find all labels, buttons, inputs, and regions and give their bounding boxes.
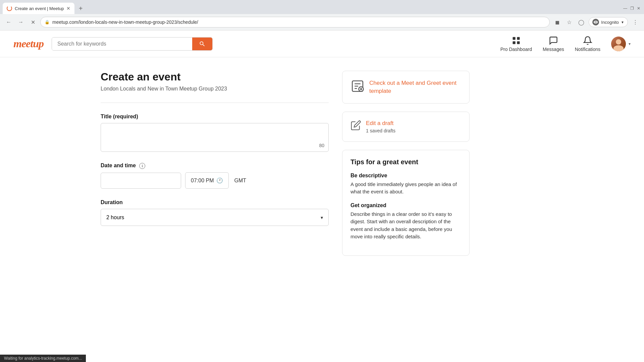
tips-title: Tips for a great event [351, 158, 461, 166]
sidebar: Check out a Meet and Greet event templat… [342, 71, 470, 256]
header-nav: Pro Dashboard Messages Notifications ▾ [500, 36, 631, 52]
timezone-label: GMT [234, 178, 246, 184]
draft-title: Edit a draft [366, 120, 395, 127]
char-count: 80 [319, 143, 324, 148]
time-input-wrapper[interactable]: 07:00 PM 🕐 [185, 172, 229, 189]
notifications-link[interactable]: Notifications [575, 36, 600, 52]
draft-card: Edit a draft 1 saved drafts [342, 112, 470, 142]
title-label: Title (required) [101, 114, 329, 120]
incognito-icon [592, 19, 599, 25]
clock-icon: 🕐 [216, 177, 223, 184]
new-tab-button[interactable]: + [76, 4, 85, 13]
draft-info: Edit a draft 1 saved drafts [366, 120, 395, 133]
tips-card: Tips for a great event Be descriptive A … [342, 150, 470, 256]
tip-1: Be descriptive A good title immediately … [351, 173, 461, 196]
title-input[interactable] [101, 123, 328, 150]
date-time-group: Date and time i 07:00 PM 🕐 GMT [101, 163, 329, 189]
tip-1-heading: Be descriptive [351, 173, 461, 179]
template-text: Check out a Meet and Greet event templat… [369, 79, 461, 95]
date-time-row: 07:00 PM 🕐 GMT [101, 172, 329, 189]
date-time-info-icon[interactable]: i [139, 163, 145, 169]
main-content: Create an event London Locals and New in… [87, 57, 557, 269]
tip-2: Get organized Describe things in a clear… [351, 202, 461, 241]
page-title: Create an event [101, 71, 329, 83]
title-group: Title (required) 80 [101, 114, 329, 152]
template-icon [351, 79, 365, 93]
incognito-chevron: ▼ [621, 20, 624, 24]
url-text: meetup.com/london-locals-new-in-town-mee… [52, 19, 545, 25]
lock-icon: 🔒 [45, 20, 50, 24]
avatar[interactable] [611, 37, 626, 51]
time-value: 07:00 PM [191, 178, 214, 184]
search-icon [199, 41, 206, 47]
search-input[interactable] [52, 38, 192, 50]
page-subtitle: London Locals and New in Town Meetup Gro… [101, 86, 329, 92]
duration-group: Duration 30 minutes 1 hour 1.5 hours 2 h… [101, 199, 329, 226]
tip-2-body: Describe things in a clear order so it's… [351, 210, 461, 241]
duration-select-wrapper: 30 minutes 1 hour 1.5 hours 2 hours 2.5 … [101, 209, 329, 226]
tab-favicon [7, 6, 12, 11]
duration-label: Duration [101, 199, 329, 205]
svg-rect-0 [513, 37, 515, 40]
search-bar [52, 37, 213, 51]
duration-select[interactable]: 30 minutes 1 hour 1.5 hours 2 hours 2.5 … [101, 209, 328, 226]
date-input[interactable] [101, 173, 181, 189]
date-time-label: Date and time i [101, 163, 329, 169]
incognito-label: Incognito [601, 20, 619, 25]
close-window-button[interactable]: ✕ [636, 6, 641, 11]
forward-button[interactable]: → [16, 17, 25, 27]
template-link[interactable]: Check out a Meet and Greet event templat… [351, 79, 461, 95]
notifications-icon [583, 36, 592, 45]
back-button[interactable]: ← [4, 17, 13, 27]
window-controls: — ❐ ✕ [623, 6, 641, 11]
profile-icon[interactable]: ◯ [577, 17, 586, 27]
title-input-wrapper: 80 [101, 123, 329, 152]
edit-draft-icon [351, 120, 361, 131]
address-bar[interactable]: 🔒 meetup.com/london-locals-new-in-town-m… [40, 17, 550, 27]
user-menu: ▾ [611, 37, 631, 51]
cast-icon[interactable]: ◼ [552, 17, 562, 27]
app-header: meetup Pro Dashboard Messages [0, 31, 644, 57]
draft-subtitle: 1 saved drafts [366, 128, 395, 133]
pro-dashboard-label: Pro Dashboard [500, 47, 532, 52]
bookmark-icon[interactable]: ☆ [565, 17, 574, 27]
svg-rect-3 [517, 41, 520, 44]
form-section: Create an event London Locals and New in… [101, 71, 329, 256]
pro-dashboard-icon [512, 36, 521, 45]
avatar-image [611, 37, 626, 51]
notifications-label: Notifications [575, 47, 600, 52]
svg-rect-1 [517, 37, 520, 40]
divider [101, 103, 329, 103]
pro-dashboard-link[interactable]: Pro Dashboard [500, 36, 532, 52]
reload-button[interactable]: ✕ [28, 17, 38, 27]
tab-close-button[interactable]: ✕ [66, 6, 70, 11]
active-tab[interactable]: Create an event | Meetup ✕ [3, 3, 74, 14]
messages-label: Messages [543, 47, 564, 52]
tab-title: Create an event | Meetup [15, 6, 64, 11]
user-menu-chevron[interactable]: ▾ [629, 42, 631, 46]
incognito-button[interactable]: Incognito ▼ [589, 17, 628, 27]
search-button[interactable] [192, 38, 212, 50]
messages-link[interactable]: Messages [543, 36, 564, 52]
maximize-button[interactable]: ❐ [629, 6, 635, 11]
logo[interactable]: meetup [13, 38, 44, 50]
tip-1-body: A good title immediately gives people an… [351, 181, 461, 196]
draft-link[interactable]: Edit a draft 1 saved drafts [351, 120, 461, 133]
menu-button[interactable]: ⋮ [631, 17, 640, 27]
template-card: Check out a Meet and Greet event templat… [342, 71, 470, 104]
tip-2-heading: Get organized [351, 202, 461, 208]
svg-rect-2 [513, 41, 515, 44]
messages-icon [549, 36, 558, 45]
minimize-button[interactable]: — [623, 6, 628, 11]
